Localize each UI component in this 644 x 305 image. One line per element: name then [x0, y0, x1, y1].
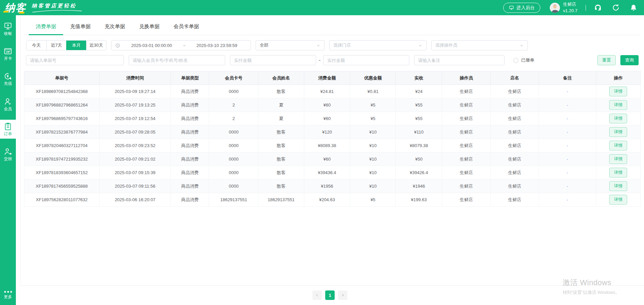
cell-action: 详情 [596, 193, 641, 207]
logo-accent-shape [3, 11, 9, 13]
quick-range-button-2[interactable]: 本月 [66, 41, 86, 50]
cell-card-no: 0000 [209, 166, 258, 180]
amount-max-input[interactable] [323, 55, 409, 65]
sidebar-item-orders[interactable]: 订单 [0, 120, 16, 139]
clock-icon [115, 43, 120, 48]
sidebar-item-shift[interactable]: 交班 [0, 145, 16, 164]
detail-button[interactable]: 详情 [609, 168, 627, 178]
customer-service-headset-icon[interactable] [594, 4, 602, 11]
date-start-value[interactable]: 2025-03-01 00:00:00 [122, 43, 182, 48]
cell-operator: 生鲜店 [442, 85, 491, 98]
sidebar-item-cashier[interactable]: ¥ 收银 [0, 19, 16, 38]
prev-page-button[interactable] [312, 290, 322, 300]
date-end-value[interactable]: 2025-03-10 23:59:59 [187, 43, 247, 48]
member-person-icon [4, 97, 12, 106]
search-button[interactable]: 查询 [620, 55, 639, 65]
remark-input[interactable] [414, 55, 505, 65]
sync-refresh-icon[interactable] [612, 4, 620, 11]
cancelled-radio[interactable]: 已撤单 [513, 57, 534, 63]
store-meta: 生鲜店 v1.20.7 [563, 1, 577, 14]
cell-remark: - [539, 125, 596, 139]
table-row: XF18978174565595258882025-03-07 09:11:56… [24, 180, 641, 193]
cell-member-name: 散客 [258, 139, 304, 152]
user-avatar[interactable] [550, 3, 560, 13]
quick-range-button-3[interactable]: 近30天 [86, 41, 106, 50]
next-page-button[interactable] [338, 290, 347, 300]
date-quick-range-group: 今天近7天本月近30天 [26, 40, 106, 50]
sidebar-item-recharge[interactable]: ¥ 充值 [0, 69, 16, 88]
cell-type: 商品消费 [171, 139, 209, 152]
sidebar-item-open-card[interactable]: VIP 开卡 [0, 44, 16, 63]
brand-tagline: 纳客管店更轻松 [32, 3, 82, 13]
page-number-button[interactable]: 1 [325, 290, 335, 300]
table-row: XF18978204603271127042025-03-07 09:23:52… [24, 139, 641, 152]
detail-button[interactable]: 详情 [609, 195, 627, 205]
tab-2[interactable]: 充次单据 [98, 23, 132, 35]
detail-button[interactable]: 详情 [609, 114, 627, 123]
tab-4[interactable]: 会员卡单据 [166, 23, 206, 35]
filter-row-2: - 已撤单 重置 查询 [26, 55, 639, 65]
amount-min-input[interactable] [230, 55, 316, 65]
cell-order-no: XF1897821523876777984 [24, 125, 100, 139]
monitor-icon [509, 5, 514, 10]
order-type-select[interactable]: 全部 [256, 40, 325, 50]
quick-range-button-1[interactable]: 近7天 [46, 41, 66, 50]
table-row: XF18978197472199352322025-03-07 09:21:02… [24, 152, 641, 166]
cell-member-name: 夏 [258, 112, 304, 125]
cell-member-name: 18629137551 [258, 193, 304, 207]
cell-member-name: 散客 [258, 166, 304, 180]
brand-logo: 纳客 [5, 3, 26, 13]
cell-time: 2025-03-07 09:23:52 [99, 139, 171, 152]
detail-button[interactable]: 详情 [609, 87, 627, 96]
cell-operator: 生鲜店 [442, 139, 491, 152]
cell-action: 详情 [596, 166, 641, 180]
cell-order-no: XF1897819747219935232 [24, 152, 100, 166]
cell-paid: ¥110 [396, 125, 442, 139]
quick-range-button-0[interactable]: 今天 [26, 41, 46, 50]
cell-amount: ¥24.81 [304, 85, 350, 98]
store-select[interactable]: 选择门店 [329, 40, 427, 50]
detail-button[interactable]: 详情 [609, 127, 627, 137]
cell-card-no: 18629137551 [209, 193, 258, 207]
cell-operator: 生鲜店 [442, 152, 491, 166]
sidebar-item-more[interactable]: 更多 [0, 287, 16, 302]
operator-select[interactable]: 选择操作员 [431, 40, 528, 50]
member-search-input[interactable] [129, 55, 225, 65]
detail-button[interactable]: 详情 [609, 181, 627, 191]
cell-type: 商品消费 [171, 180, 209, 193]
more-dots-icon [4, 290, 12, 294]
detail-button[interactable]: 详情 [609, 141, 627, 150]
cell-order-no: XF1897818393604657152 [24, 166, 100, 180]
cell-order-no: XF1897968827968651264 [24, 98, 100, 112]
cell-member-name: 散客 [258, 180, 304, 193]
order-no-input[interactable] [26, 55, 124, 65]
cell-card-no: 0000 [209, 180, 258, 193]
cell-action: 详情 [596, 152, 641, 166]
chevron-down-icon [418, 43, 422, 48]
cell-paid: ¥8079.38 [396, 139, 442, 152]
notification-bell-icon[interactable] [630, 4, 637, 11]
cell-paid: ¥199.63 [396, 193, 442, 207]
table-row: XF18975628280110776322025-03-06 16:20:07… [24, 193, 641, 207]
tab-1[interactable]: 充值单据 [63, 23, 98, 35]
cell-order-no: XF1898697081254842368 [24, 85, 100, 98]
cell-action: 详情 [596, 180, 641, 193]
cell-time: 2025-03-07 09:15:39 [99, 166, 171, 180]
amount-range-separator: - [319, 57, 320, 63]
date-range-picker[interactable]: 2025-03-01 00:00:00 ~ 2025-03-10 23:59:5… [111, 40, 251, 50]
cell-card-no: 0000 [209, 152, 258, 166]
cell-type: 商品消费 [171, 98, 209, 112]
sidebar-item-member[interactable]: 会员 [0, 95, 16, 114]
detail-button[interactable]: 详情 [609, 100, 627, 110]
enter-backend-button[interactable]: 进入后台 [503, 3, 540, 13]
tab-3[interactable]: 兑换单据 [132, 23, 166, 35]
cell-type: 商品消费 [171, 125, 209, 139]
reset-button[interactable]: 重置 [597, 55, 616, 65]
tab-0[interactable]: 消费单据 [29, 23, 63, 35]
store-name: 生鲜店 [563, 1, 577, 7]
cell-paid: ¥50 [396, 152, 442, 166]
detail-button[interactable]: 详情 [609, 154, 627, 164]
chevron-left-icon [315, 293, 319, 297]
cell-store-name: 生鲜店 [491, 98, 539, 112]
logo-accent-shape [19, 12, 25, 14]
